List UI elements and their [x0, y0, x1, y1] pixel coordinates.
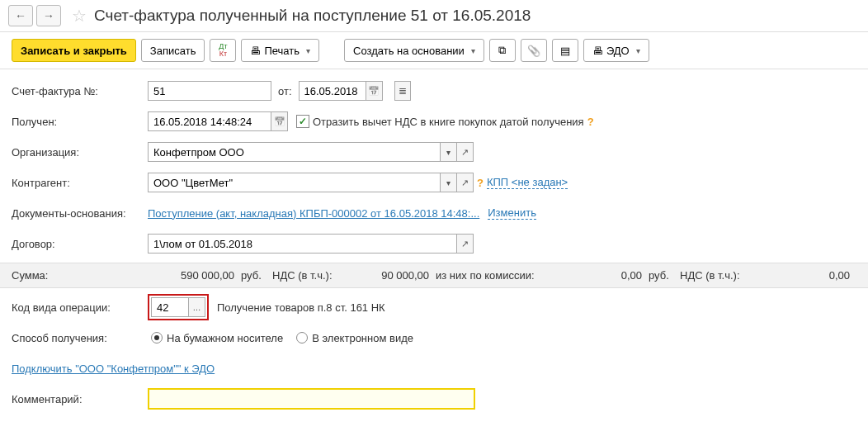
report-icon: ▤ [560, 45, 570, 57]
edo-button[interactable]: ЭДО [583, 39, 649, 62]
rub-label: руб. [241, 269, 272, 282]
received-datetime-input[interactable] [148, 111, 271, 131]
dtkt-icon: ДтКт [219, 43, 227, 58]
connect-edo-link[interactable]: Подключить "ООО "Конфетпром"" к ЭДО [12, 363, 215, 375]
structure-icon-button[interactable]: ⧉ [489, 39, 516, 62]
opcode-highlight: … [148, 294, 209, 320]
invoice-date-input[interactable] [299, 81, 366, 101]
electronic-radio[interactable]: В электронном виде [296, 332, 413, 344]
help-icon[interactable]: ? [477, 177, 484, 189]
paper-radio[interactable]: На бумажном носителе [151, 332, 283, 344]
page-title: Счет-фактура полученный на поступление 5… [94, 7, 531, 25]
vat-in-label: НДС (в т.ч.): [272, 269, 338, 282]
comment-label: Комментарий: [12, 393, 148, 405]
counterparty-input[interactable] [148, 173, 441, 192]
sum-value: 590 000,00 [148, 269, 241, 282]
save-and-close-button[interactable]: Записать и закрыть [12, 39, 136, 62]
nav-forward-button[interactable]: → [36, 5, 61, 26]
open-icon[interactable] [457, 142, 474, 162]
received-label: Получен: [12, 116, 148, 128]
contract-label: Договор: [12, 238, 148, 250]
kpp-link[interactable]: КПП <не задан> [487, 176, 568, 189]
basis-label: Документы-основания: [12, 207, 148, 220]
attachment-button[interactable] [521, 39, 547, 62]
org-input[interactable] [148, 142, 441, 162]
vat-value: 90 000,00 [338, 269, 436, 282]
print-button[interactable]: Печать [241, 39, 319, 62]
contract-input[interactable] [148, 234, 457, 254]
opcode-label: Код вида операции: [12, 301, 148, 314]
commission-value: 0,00 [559, 269, 649, 282]
invoice-no-input[interactable] [148, 81, 271, 101]
calendar-icon[interactable] [366, 81, 383, 101]
open-icon[interactable] [457, 173, 474, 192]
org-label: Организация: [12, 146, 148, 159]
from-label: от: [278, 85, 292, 97]
printer-icon [250, 45, 261, 57]
dropdown-icon[interactable]: ▾ [441, 142, 457, 162]
edo-printer-icon [592, 45, 603, 57]
favorite-star-icon[interactable]: ☆ [68, 6, 91, 26]
structure-icon: ⧉ [498, 44, 506, 57]
calendar-icon[interactable] [271, 111, 288, 131]
save-button[interactable]: Записать [141, 39, 205, 62]
open-icon[interactable] [457, 234, 474, 254]
nav-back-button[interactable]: ← [8, 5, 33, 26]
choose-icon[interactable]: … [189, 297, 205, 317]
opcode-input[interactable] [151, 297, 189, 317]
sum-label: Сумма: [12, 269, 148, 282]
opcode-description: Получение товаров п.8 ст. 161 НК [217, 301, 385, 314]
change-link[interactable]: Изменить [488, 206, 536, 220]
paperclip-icon [527, 45, 540, 57]
vat-in-label-2: НДС (в т.ч.): [680, 269, 746, 282]
list-icon-button[interactable] [394, 81, 411, 101]
help-icon[interactable]: ? [587, 116, 594, 128]
invoice-no-label: Счет-фактура №: [12, 85, 148, 97]
dropdown-icon[interactable]: ▾ [441, 173, 457, 192]
basis-doc-link[interactable]: Поступление (акт, накладная) КПБП-000002… [148, 207, 479, 220]
report-icon-button[interactable]: ▤ [552, 39, 578, 62]
dtkt-button[interactable]: ДтКт [210, 39, 236, 62]
commission-label: из них по комиссии: [436, 269, 559, 282]
comment-input[interactable] [148, 388, 475, 410]
vat-value-2: 0,00 [746, 269, 856, 282]
receive-method-label: Способ получения: [12, 332, 148, 344]
create-based-on-button[interactable]: Создать на основании [344, 39, 484, 62]
counterparty-label: Контрагент: [12, 177, 148, 189]
rub-label-2: руб. [649, 269, 680, 282]
reflect-vat-label: Отразить вычет НДС в книге покупок датой… [313, 116, 584, 128]
reflect-vat-checkbox[interactable]: ✓ [296, 115, 309, 128]
